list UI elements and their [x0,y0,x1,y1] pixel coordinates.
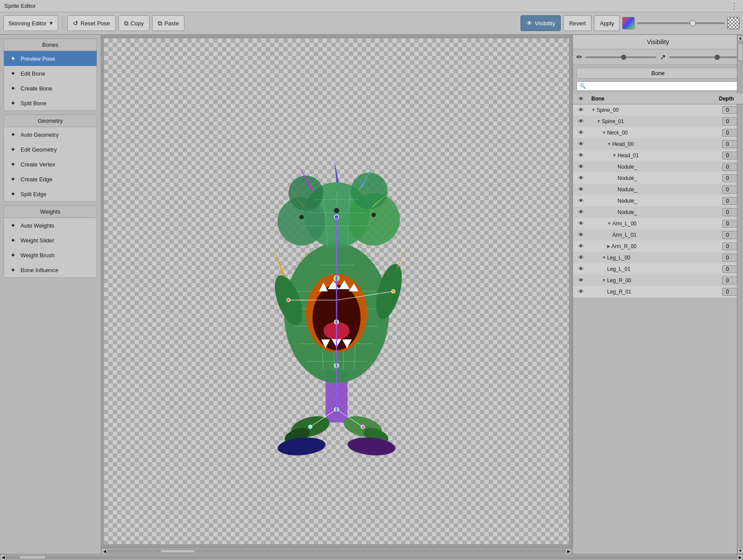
scroll-left-arrow[interactable]: ◀ [101,548,108,554]
svg-marker-22 [396,239,411,272]
auto-geometry-button[interactable]: ✦ Auto Geometry [4,127,97,142]
bone-name-neck00: ▼Neck_00 [590,130,713,136]
visibility-panel: Visibility ✏ ↗ Bone 🔍 [573,35,743,554]
split-bone-button[interactable]: ✦ Split Bone [4,96,97,111]
size-slider[interactable] [669,56,740,58]
scroll-thumb[interactable] [738,43,743,61]
bone-rows-container: 👁▼Spine_00👁▼Spine_01👁▼Neck_00👁▼Head_00👁▼… [573,104,743,297]
svg-marker-21 [273,248,286,278]
bottom-scroll-right[interactable]: ▶ [737,554,743,560]
header-eye-icon[interactable]: 👁 [576,95,585,102]
create-vertex-button[interactable]: ✦ Create Vertex [4,157,97,172]
create-bone-button[interactable]: ✦ Create Bone [4,81,97,96]
opacity-thumb[interactable] [621,55,626,60]
eye-toggle-nodule3[interactable]: 👁 [576,186,585,193]
paste-button[interactable]: ⧉ Paste [152,15,184,31]
auto-weights-icon: ✦ [9,221,17,229]
collapse-icon-leg_l00[interactable]: ▼ [602,255,606,260]
bone-name-nodule4: Nodule_ [590,198,713,204]
scroll-down-arrow[interactable]: ▼ [737,548,743,554]
bottom-scroll-track [6,556,737,559]
edit-geometry-label: Edit Geometry [21,146,57,153]
collapse-icon-spine00[interactable]: ▼ [591,107,596,112]
collapse-icon-spine01[interactable]: ▼ [597,119,601,124]
eye-toggle-head01[interactable]: 👁 [576,152,585,159]
bone-name-leg_r00: ▼Leg_R_00 [590,277,713,283]
collapse-icon-head01[interactable]: ▼ [612,153,617,158]
eye-toggle-nodule5[interactable]: 👁 [576,209,585,216]
eye-toggle-arm_l00[interactable]: 👁 [576,220,585,227]
slider-thumb[interactable] [690,20,696,26]
eye-toggle-leg_l01[interactable]: 👁 [576,266,585,273]
bottom-scrollbar[interactable]: ◀ ▶ [0,554,743,560]
table-row: 👁▼Leg_L_00 [573,252,743,263]
left-panel: Bones ✦ Preview Pose ✦ Edit Bone ✦ Creat… [0,35,101,554]
eye-toggle-spine00[interactable]: 👁 [576,107,585,114]
weight-slider-button[interactable]: ✦ Weight Slider [4,233,97,248]
eye-toggle-leg_r00[interactable]: 👁 [576,277,585,284]
visibility-button[interactable]: 👁 Visibility [521,15,561,31]
canvas-viewport[interactable] [104,38,569,544]
reset-pose-button[interactable]: ↺ Reset Pose [67,15,115,31]
bone-name-arm_l00: ▼Arm_L_00 [590,221,713,227]
paste-label: Paste [164,20,179,27]
brightness-slider[interactable] [637,22,725,24]
collapse-icon-leg_r00[interactable]: ▼ [602,278,606,283]
weight-brush-button[interactable]: ✦ Weight Brush [4,248,97,263]
eye-toggle-nodule4[interactable]: 👁 [576,197,585,204]
skinning-editor-dropdown[interactable]: Skinning Editor ▼ [3,15,58,31]
collapse-icon-head00[interactable]: ▼ [607,142,611,146]
edit-geometry-button[interactable]: ✦ Edit Geometry [4,142,97,157]
apply-button[interactable]: Apply [594,15,620,31]
bones-header: Bones [4,39,97,51]
copy-button[interactable]: ⧉ Copy [118,15,149,31]
horizontal-scrollbar[interactable]: ◀ ▶ [101,548,573,554]
edit-bone-label: Edit Bone [21,70,45,77]
split-bone-icon: ✦ [9,99,17,107]
eye-toggle-arm_l01[interactable]: 👁 [576,232,585,239]
create-edge-button[interactable]: ✦ Create Edge [4,172,97,187]
expand-icon-arm_r00[interactable]: ▶ [607,244,611,249]
edit-bone-button[interactable]: ✦ Edit Bone [4,66,97,81]
eye-toggle-nodule2[interactable]: 👁 [576,175,585,182]
eye-toggle-leg_l00[interactable]: 👁 [576,254,585,261]
bone-col-header: Bone [590,96,713,102]
bottom-scroll-left[interactable]: ◀ [0,554,6,560]
auto-weights-button[interactable]: ✦ Auto Weights [4,218,97,233]
collapse-icon-arm_l00[interactable]: ▼ [607,221,611,226]
scroll-up-arrow[interactable]: ▲ [737,35,743,41]
collapse-icon-neck00[interactable]: ▼ [602,130,606,135]
opacity-slider[interactable] [586,56,656,58]
menu-dots[interactable]: ⋮ [730,1,739,11]
svg-marker-38 [334,160,339,182]
bone-table: 👁 Bone Depth 👁▼Spine_00👁▼Spine_01👁▼Neck_… [573,93,743,554]
eye-toggle-head00[interactable]: 👁 [576,141,585,148]
color-swatch[interactable] [622,17,635,29]
preview-pose-button[interactable]: ✦ Preview Pose [4,51,97,66]
right-scrollbar[interactable]: ▲ ▼ [737,35,743,554]
svg-point-36 [288,176,323,211]
bone-tab[interactable]: Bone [576,68,740,79]
split-edge-button[interactable]: ✦ Split Edge [4,187,97,201]
size-thumb[interactable] [715,55,720,60]
scroll-right-arrow[interactable]: ▶ [566,548,572,554]
eye-toggle-spine01[interactable]: 👁 [576,118,585,125]
bones-section: Bones ✦ Preview Pose ✦ Edit Bone ✦ Creat… [3,38,97,111]
table-row: 👁Leg_R_01 [573,286,743,297]
eye-toggle-neck00[interactable]: 👁 [576,129,585,136]
table-row: 👁Nodule_ [573,207,743,218]
bottom-scroll-thumb[interactable] [19,556,45,559]
reset-pose-icon: ↺ [73,20,78,27]
bone-influence-button[interactable]: ✦ Bone Influence [4,263,97,277]
bone-name-arm_l01: Arm_L_01 [590,232,713,238]
revert-button[interactable]: Revert [563,15,591,31]
scrollbar-thumb[interactable] [160,550,195,553]
geometry-header: Geometry [4,115,97,127]
checkerboard-button[interactable] [727,17,740,29]
eye-toggle-nodule1[interactable]: 👁 [576,163,585,170]
search-input[interactable] [588,83,736,89]
eye-toggle-arm_r00[interactable]: 👁 [576,243,585,250]
preview-pose-icon: ✦ [9,55,17,62]
preview-pose-label: Preview Pose [21,55,55,62]
eye-toggle-leg_r01[interactable]: 👁 [576,288,585,295]
